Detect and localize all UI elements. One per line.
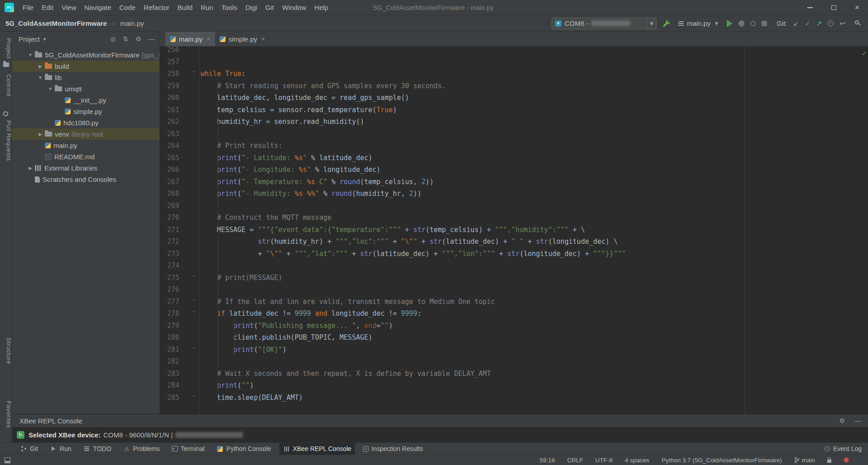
menu-item-build[interactable]: Build [173, 0, 197, 15]
stripe-favorites-button[interactable]: Favorites [0, 401, 12, 428]
toolwindow-button-xbee-repl-console[interactable]: XBee REPL Console [279, 443, 355, 455]
breadcrumb-project[interactable]: 5G_ColdAssetMonitorFirmware [5, 19, 107, 27]
file-encoding[interactable]: UTF-8 [595, 457, 613, 464]
menu-item-git[interactable]: Git [261, 0, 278, 15]
indent-setting[interactable]: 4 spaces [625, 457, 649, 464]
tree-caret-icon[interactable]: ▶ [36, 128, 45, 140]
stop-button[interactable] [762, 21, 767, 26]
menu-item-view[interactable]: View [58, 0, 80, 15]
tree-item-hdc1080-py[interactable]: hdc1080.py [12, 117, 159, 128]
gutter-line: 261 [160, 104, 199, 116]
stripe-project-button[interactable]: Project [0, 38, 12, 59]
tree-item-venv[interactable]: ▶venvlibrary root [12, 128, 159, 140]
line-separator[interactable]: CRLF [567, 457, 583, 464]
fold-icon[interactable]: ˆ [190, 344, 197, 356]
tree-caret-icon[interactable]: ▼ [36, 72, 45, 83]
menu-item-code[interactable]: Code [115, 0, 139, 15]
toolwindow-button-run[interactable]: Run [46, 443, 75, 455]
breadcrumb-file[interactable]: main.py [120, 19, 144, 27]
tree-item-lib[interactable]: ▼lib [12, 72, 159, 83]
toolwindow-switcher-icon[interactable] [5, 457, 10, 463]
git-branch-widget[interactable]: main [794, 457, 815, 464]
error-stripe[interactable]: ✓ [860, 47, 868, 414]
window-title: 5G_ColdAssetMonitorFirmware - main.py [373, 4, 494, 11]
editor-body[interactable]: 256257258ˇ259260261262263264265266267268… [160, 47, 868, 414]
tree-item-scratches-and-consoles[interactable]: Scratches and Consoles [12, 174, 159, 185]
python-interpreter[interactable]: Python 3.7 (5G_ColdAssetMonitorFirmware) [662, 457, 782, 464]
project-panel-title[interactable]: Project [19, 35, 40, 43]
toolwindow-button-problems[interactable]: ⚠Problems [120, 443, 163, 455]
git-commit-icon[interactable]: ✓ [805, 19, 810, 28]
tree-caret-icon[interactable]: ▶ [36, 61, 45, 72]
rollback-icon[interactable]: ↩ [839, 19, 845, 28]
connect-device-icon[interactable]: ↻ [17, 431, 24, 439]
fold-icon[interactable]: ˇ [190, 296, 197, 308]
menu-item-file[interactable]: File [19, 0, 38, 15]
tree-item-init-py[interactable]: __init__.py [12, 95, 159, 106]
stripe-structure-button[interactable]: Structure [0, 337, 12, 364]
tree-caret-icon[interactable]: ▶ [26, 162, 35, 174]
menu-item-help[interactable]: Help [310, 0, 332, 15]
debug-button[interactable] [739, 20, 744, 27]
toolwindow-button-terminal[interactable]: Terminal [168, 443, 208, 455]
tree-item-readme-md[interactable]: README.md [12, 151, 159, 162]
com-port-select[interactable]: × COM8 - ▾ [551, 18, 657, 29]
search-icon[interactable] [855, 20, 859, 24]
menu-item-navigate[interactable]: Navigate [80, 0, 115, 15]
git-push-icon[interactable]: ↗ [816, 19, 822, 28]
tree-caret-icon[interactable]: ▼ [26, 49, 35, 61]
menu-item-refactor[interactable]: Refactor [139, 0, 173, 15]
coverage-button[interactable] [750, 21, 756, 26]
stripe-pull-requests-button[interactable]: Pull Requests [0, 120, 12, 161]
menu-item-tools[interactable]: Tools [217, 0, 241, 15]
caret-position[interactable]: 59:18 [540, 457, 555, 464]
tree-caret-icon[interactable]: ▼ [46, 83, 55, 95]
toolwindow-button-inspection-results[interactable]: Inspection Results [360, 443, 427, 455]
toolwindow-button-todo[interactable]: TODO [80, 443, 115, 455]
locate-file-icon[interactable]: ◎ [110, 35, 115, 43]
fold-icon[interactable]: ˆ [190, 272, 197, 285]
console-settings-gear-icon[interactable]: ⚙ [839, 417, 845, 424]
settings-gear-icon[interactable]: ⚙ [135, 35, 141, 43]
run-button[interactable] [727, 20, 733, 27]
chevron-down-icon[interactable]: ▼ [43, 37, 47, 42]
lock-icon[interactable] [827, 460, 831, 463]
toolwindow-button-python-console[interactable]: Python Console [213, 443, 275, 455]
line-number: 276 [167, 285, 179, 294]
stripe-commit-button[interactable]: Commit [0, 74, 12, 97]
menu-item-digi[interactable]: Digi [241, 0, 261, 15]
xctu-wrench-icon[interactable] [662, 19, 671, 28]
toolwindow-button-git[interactable]: Git [16, 443, 42, 455]
fold-icon[interactable]: ˇ [190, 308, 197, 320]
console-hide-icon[interactable]: — [855, 418, 861, 424]
menu-item-edit[interactable]: Edit [38, 0, 58, 15]
error-indicator-icon[interactable] [844, 457, 849, 463]
menu-item-window[interactable]: Window [278, 0, 310, 15]
close-tab-icon[interactable]: × [207, 35, 211, 43]
hide-panel-icon[interactable]: — [149, 35, 155, 43]
expand-collapse-icon[interactable]: ⇅ [123, 35, 129, 43]
editor-code[interactable]: while True: # Start reading sensor and G… [200, 47, 860, 414]
tree-item-external-libraries[interactable]: ▶External Libraries [12, 162, 159, 174]
tree-item-build[interactable]: ▶build [12, 61, 159, 72]
tree-item-5g-coldassetmonitorfirmware[interactable]: ▼5G_ColdAssetMonitorFirmware[gps_uart [12, 49, 159, 61]
tree-item-simple-py[interactable]: simple.py [12, 106, 159, 117]
tab-simple-py[interactable]: simple.py× [215, 32, 270, 46]
external-libraries-icon [35, 165, 36, 171]
menu-item-run[interactable]: Run [197, 0, 217, 15]
event-log-button[interactable]: Event Log [825, 443, 862, 455]
close-button[interactable]: × [854, 4, 861, 11]
stripe-folder-icon[interactable] [3, 62, 9, 67]
close-tab-icon[interactable]: × [261, 35, 265, 43]
git-update-icon[interactable]: ↙ [793, 19, 799, 28]
tree-item-umqtt[interactable]: ▼umqtt [12, 83, 159, 95]
minimize-button[interactable] [806, 4, 814, 11]
stripe-pull-request-icon[interactable] [3, 111, 8, 116]
tree-item-main-py[interactable]: main.py [12, 140, 159, 151]
fold-icon[interactable]: ˆ [190, 392, 197, 404]
run-config-select[interactable]: main.py ▼ [676, 19, 721, 28]
history-icon[interactable] [828, 20, 834, 26]
maximize-button[interactable] [830, 4, 837, 11]
fold-icon[interactable]: ˇ [190, 68, 197, 81]
tab-main-py[interactable]: main.py× [165, 32, 215, 46]
